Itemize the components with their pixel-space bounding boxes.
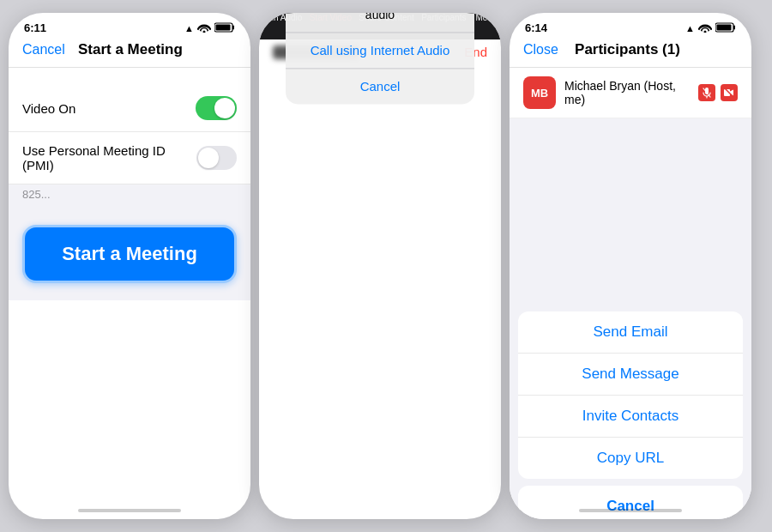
audio-dialog-text: To hear others please join audio — [286, 13, 474, 33]
phone-screen-1: 6:11 ▲ Cancel Start a Meeting Video On U… — [9, 13, 250, 519]
phone-screen-2: 6:12 ▲ End To hear others please join au… — [259, 13, 501, 519]
cancel-button-1[interactable]: Cancel — [22, 42, 65, 57]
action-sheet-group: Send Email Send Message Invite Contacts … — [518, 311, 743, 479]
start-meeting-container: Start a Meeting — [9, 208, 250, 300]
signal-icon-1: ▲ — [184, 23, 194, 33]
video-on-toggle[interactable] — [196, 96, 237, 120]
screen1-body: Video On Use Personal Meeting ID (PMI) 8… — [9, 85, 250, 300]
participant-name: Michael Bryan (Host, me) — [564, 79, 698, 106]
screen3-nav: Close Participants (1) — [510, 38, 751, 68]
action-sheet: Send Email Send Message Invite Contacts … — [510, 311, 751, 519]
mic-muted-icon — [698, 84, 715, 101]
cancel-button-3[interactable]: Cancel — [518, 486, 743, 519]
video-off-icon — [721, 84, 738, 101]
invite-contacts-button[interactable]: Invite Contacts — [518, 396, 743, 438]
copy-url-button[interactable]: Copy URL — [518, 438, 743, 479]
time-1: 6:11 — [24, 21, 46, 34]
status-bar-1: 6:11 ▲ — [9, 13, 250, 38]
pmi-row[interactable]: Use Personal Meeting ID (PMI) — [9, 132, 250, 184]
screen3-title: Participants (1) — [575, 41, 680, 58]
pmi-label: Use Personal Meeting ID (PMI) — [22, 143, 196, 172]
participant-row: MB Michael Bryan (Host, me) — [510, 68, 751, 118]
audio-dialog: To hear others please join audio Call us… — [286, 13, 474, 105]
start-meeting-button[interactable]: Start a Meeting — [22, 225, 237, 283]
call-internet-audio-button[interactable]: Call using Internet Audio — [286, 33, 474, 69]
svg-rect-2 — [216, 24, 231, 30]
toolbar-more[interactable]: More — [473, 13, 498, 22]
send-message-button[interactable]: Send Message — [518, 354, 743, 396]
time-3: 6:14 — [525, 21, 547, 34]
svg-rect-1 — [232, 25, 234, 29]
svg-rect-12 — [733, 25, 735, 29]
home-indicator-3 — [579, 509, 682, 512]
status-icons-3: ▲ — [685, 22, 736, 34]
status-bar-3: 6:14 ▲ — [510, 13, 751, 38]
phone-screen-3: 6:14 ▲ Close Participants (1) MB Michael… — [510, 13, 751, 519]
video-on-row[interactable]: Video On — [9, 85, 250, 132]
screen1-title: Start a Meeting — [78, 41, 183, 58]
pmi-toggle[interactable] — [196, 146, 237, 170]
send-email-button[interactable]: Send Email — [518, 311, 743, 354]
battery-icon-3 — [715, 22, 736, 34]
wifi-icon-3 — [698, 22, 712, 34]
pmi-toggle-knob — [198, 148, 219, 168]
svg-rect-13 — [717, 24, 732, 30]
status-icons-1: ▲ — [184, 22, 235, 34]
participant-avatar: MB — [523, 76, 556, 109]
battery-icon-1 — [214, 22, 235, 34]
video-on-label: Video On — [22, 101, 75, 116]
signal-icon-3: ▲ — [685, 23, 695, 33]
more-label: More — [475, 13, 495, 22]
toggle-knob — [214, 98, 235, 118]
close-button[interactable]: Close — [523, 42, 558, 57]
screen1-nav: Cancel Start a Meeting — [9, 38, 250, 68]
wifi-icon-1 — [197, 22, 211, 34]
participant-icons — [698, 84, 738, 101]
home-indicator-1 — [78, 509, 181, 512]
audio-dialog-cancel-button[interactable]: Cancel — [286, 69, 474, 105]
screen3-content: Close Participants (1) MB Michael Bryan … — [510, 38, 751, 519]
participant-initials: MB — [531, 87, 548, 100]
pmi-sub-text: 825... — [9, 184, 250, 208]
